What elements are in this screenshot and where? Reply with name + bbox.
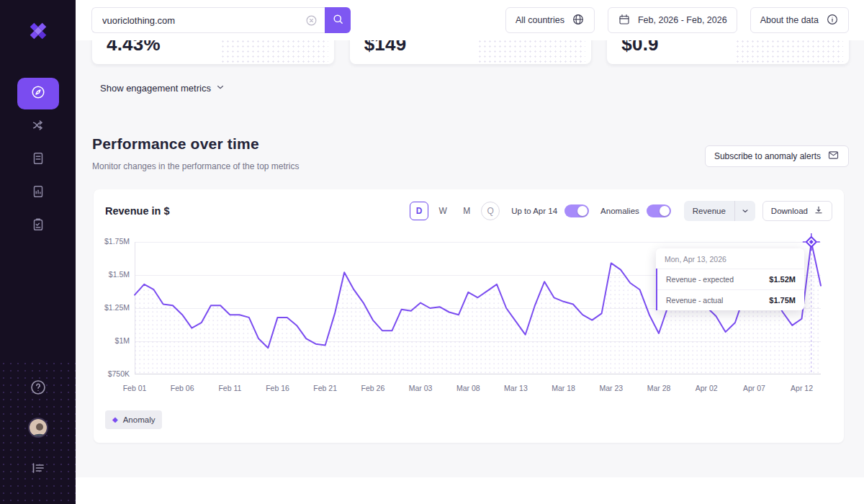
content-area: 4.43% $149 $0.9 Show engagement metrics: [76, 40, 864, 477]
sidebar-item-conversion[interactable]: [17, 111, 59, 143]
y-axis-tick-label: $1.75M: [94, 237, 130, 246]
date-range-button[interactable]: Feb, 2026 - Feb, 2026: [608, 7, 737, 33]
tooltip-rows: Revenue - expected $1.52M Revenue - actu…: [656, 269, 804, 310]
subscribe-anomaly-alerts-button[interactable]: Subscribe to anomaly alerts: [705, 145, 849, 167]
app-logo[interactable]: [26, 19, 50, 43]
subscribe-label: Subscribe to anomaly alerts: [714, 151, 821, 161]
chart-tooltip: Mon, Apr 13, 2026 Revenue - expected $1.…: [656, 248, 804, 310]
x-axis-tick-label: Mar 28: [635, 384, 683, 392]
calendar-icon: [618, 13, 631, 28]
sidebar-item-tasks[interactable]: [17, 210, 59, 242]
tooltip-row: Revenue - expected $1.52M: [657, 269, 804, 289]
sidebar-collapse-button[interactable]: [30, 459, 47, 480]
y-axis-tick-label: $1M: [94, 336, 130, 345]
app-root: All countries: [0, 0, 864, 504]
y-axis-tick-label: $1.5M: [94, 270, 130, 279]
menu-collapse-icon: [30, 467, 47, 479]
y-axis-tick-label: $750K: [94, 369, 130, 378]
topbar: All countries: [76, 0, 864, 40]
x-axis-tick-label: Feb 21: [302, 384, 349, 392]
sidebar-nav: [0, 78, 76, 242]
show-engagement-label: Show engagement metrics: [100, 83, 211, 94]
topbar-controls: All countries: [505, 7, 849, 33]
sidebar: [0, 0, 76, 504]
main-area: All countries: [76, 0, 864, 504]
date-range-label: Feb, 2026 - Feb, 2026: [638, 15, 727, 25]
search-input[interactable]: [102, 15, 305, 26]
x-axis-tick-label: Feb 16: [254, 384, 302, 392]
country-filter-label: All countries: [516, 15, 564, 25]
x-axis-tick-label: Mar 23: [588, 384, 635, 392]
globe-icon: [572, 13, 585, 28]
tooltip-row-label: Revenue - actual: [666, 296, 723, 305]
x-axis-tick-label: Feb 06: [158, 384, 206, 392]
tooltip-row-value: $1.52M: [769, 275, 796, 284]
performance-chart-card: Revenue in $ D W M Q Up to Apr 14 Anomal…: [94, 189, 844, 443]
x-axis-tick-label: Feb 26: [349, 384, 397, 392]
tooltip-row-label: Revenue - expected: [666, 275, 734, 284]
tooltip-row-value: $1.75M: [769, 296, 796, 305]
sidebar-item-dashboard[interactable]: [17, 78, 59, 109]
sidebar-item-report-chart[interactable]: [17, 177, 59, 209]
tooltip-date: Mon, Apr 13, 2026: [656, 248, 804, 269]
mail-icon: [827, 149, 840, 163]
sidebar-help-button[interactable]: [30, 379, 47, 399]
x-axis-tick-label: Apr 12: [778, 384, 826, 392]
sidebar-item-report[interactable]: [17, 144, 59, 176]
chart-plot-area[interactable]: Mon, Apr 13, 2026 Revenue - expected $1.…: [94, 189, 844, 443]
x-axis-tick-label: Apr 07: [730, 384, 778, 392]
x-axis-tick-label: Mar 13: [492, 384, 539, 392]
y-axis-tick-label: $1.25M: [94, 303, 130, 312]
x-axis-tick-label: Feb 11: [206, 384, 253, 392]
page-subtitle: Monitor changes in the performance of th…: [92, 161, 299, 171]
site-search: [91, 7, 351, 33]
anomaly-marker-icon[interactable]: [803, 233, 820, 251]
info-icon: [826, 13, 839, 28]
help-icon: [30, 386, 47, 398]
x-axis-tick-label: Mar 08: [444, 384, 492, 392]
show-engagement-metrics-link[interactable]: Show engagement metrics: [100, 82, 225, 94]
document-icon: [30, 150, 46, 169]
search-button[interactable]: [325, 7, 351, 33]
document-chart-icon: [30, 184, 46, 202]
x-axis-tick-label: Feb 01: [111, 384, 158, 392]
tooltip-row: Revenue - actual $1.75M: [657, 289, 804, 310]
page-footer: [76, 477, 864, 504]
x-axis-tick-label: Mar 18: [540, 384, 588, 392]
country-filter-button[interactable]: All countries: [505, 7, 595, 33]
search-field-wrap: [91, 7, 325, 33]
x-axis-tick-label: Mar 03: [397, 384, 444, 392]
sidebar-user-avatar[interactable]: [28, 418, 48, 438]
x-axis-tick-label: Apr 02: [683, 384, 730, 392]
chevron-down-icon: [215, 82, 225, 94]
anomaly-diamond-icon: ◆: [112, 416, 118, 423]
search-icon: [332, 13, 344, 27]
clear-search-icon[interactable]: [305, 14, 318, 27]
page-title: Performance over time: [92, 135, 259, 153]
about-data-button[interactable]: About the data: [750, 7, 849, 33]
logo-diamond-icon: [26, 19, 50, 43]
clipboard-check-icon: [30, 217, 46, 235]
anomaly-legend-label: Anomaly: [123, 415, 156, 424]
split-arrows-icon: [30, 117, 46, 136]
avatar: [28, 418, 48, 438]
compass-icon: [30, 84, 46, 103]
anomaly-legend-chip: ◆ Anomaly: [105, 410, 162, 429]
about-data-label: About the data: [760, 15, 819, 25]
